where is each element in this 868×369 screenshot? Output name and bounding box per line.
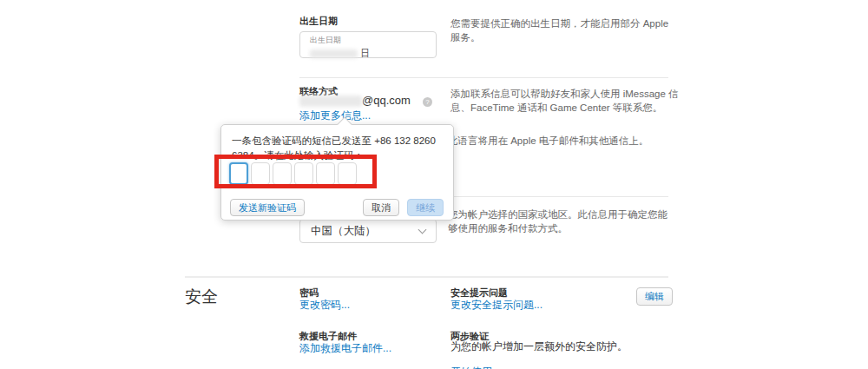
verification-code-dialog: 一条包含验证码的短信已发送至 +86 132 8260 6384。请在此处输入验… <box>220 124 454 221</box>
dialog-message: 一条包含验证码的短信已发送至 +86 132 8260 6384。请在此处输入验… <box>232 134 447 162</box>
change-security-questions-link[interactable]: 更改安全提示问题... <box>450 298 542 313</box>
chevron-down-icon <box>418 225 427 234</box>
code-box-5[interactable] <box>316 162 335 185</box>
region-description: 您为帐户选择的国家或地区。此信息用于确定您能够使用的服务和付款方式。 <box>448 208 675 235</box>
help-icon[interactable]: ? <box>423 97 432 107</box>
email-username-blur-redaction <box>299 96 362 107</box>
cancel-button[interactable]: 取消 <box>363 199 399 216</box>
security-heading: 安全 <box>185 286 218 308</box>
dialog-button-row: 发送新验证码 取消 继续 <box>230 199 444 216</box>
change-password-link[interactable]: 更改密码... <box>299 298 350 313</box>
country-region-dropdown[interactable]: 中国（大陆） <box>299 219 437 243</box>
apple-id-settings-page: 出生日期 出生日期 日 您需要提供正确的出生日期，才能启用部分 Apple 服务… <box>0 0 868 369</box>
edit-button[interactable]: 编辑 <box>636 287 673 306</box>
code-box-3[interactable] <box>273 162 292 185</box>
add-more-info-link[interactable]: 添加更多信息... <box>299 109 371 123</box>
birthdate-description: 您需要提供正确的出生日期，才能启用部分 Apple 服务。 <box>450 16 674 44</box>
country-region-selected: 中国（大陆） <box>311 224 376 239</box>
birthdate-section-label: 出生日期 <box>299 15 338 28</box>
resend-code-button[interactable]: 发送新验证码 <box>230 199 305 216</box>
two-step-description: 为您的帐户增加一层额外的安全防护。 <box>450 340 667 354</box>
birthdate-input-inner-label: 出生日期 <box>310 36 426 44</box>
language-description: 此语言将用在 Apple 电子邮件和其他通信上。 <box>448 134 675 148</box>
code-box-4[interactable] <box>294 162 313 185</box>
contact-email: @qq.com <box>299 94 411 107</box>
divider <box>299 77 668 78</box>
continue-button[interactable]: 继续 <box>407 199 444 216</box>
contact-description: 添加联系信息可以帮助好友和家人使用 iMessage 信息、FaceTime 通… <box>450 87 683 115</box>
code-box-2[interactable] <box>251 162 270 185</box>
code-box-1[interactable] <box>229 162 248 185</box>
add-rescue-email-link[interactable]: 添加救援电子邮件... <box>299 341 391 356</box>
verification-code-inputs <box>229 162 359 185</box>
section-divider <box>185 276 668 278</box>
birthdate-value-masked: 日 <box>310 48 370 58</box>
birthdate-blur-redaction <box>310 49 358 58</box>
get-started-link[interactable]: 开始使用 <box>450 365 492 369</box>
email-domain: @qq.com <box>362 94 411 107</box>
code-box-6[interactable] <box>338 162 357 185</box>
birthdate-input[interactable]: 出生日期 日 <box>299 31 437 58</box>
